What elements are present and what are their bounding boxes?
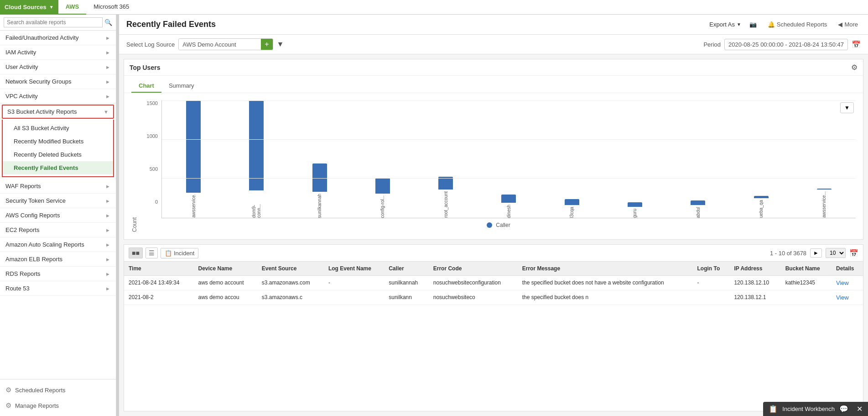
chevron-right-icon: ► (105, 271, 110, 277)
sidebar-item-route53[interactable]: Route 53 ► (0, 281, 116, 296)
view-link[interactable]: View (836, 279, 849, 286)
bar-ueba[interactable] (754, 196, 769, 198)
export-button[interactable]: Export As ▼ (709, 21, 741, 28)
sidebar-item-failed-unauthorized[interactable]: Failed/Unauthorized Activity ► (0, 31, 116, 45)
period-value: 2020-08-25 00:00:00 - 2021-08-24 13:50:4… (724, 39, 848, 50)
filter-icon[interactable]: ▼ (277, 40, 284, 48)
cloud-sources-button[interactable]: Cloud Sources ▼ (0, 0, 58, 15)
snapshot-button[interactable]: 📷 (747, 19, 759, 30)
next-page-button[interactable]: ► (810, 248, 822, 258)
bar-awsservice2[interactable] (817, 189, 832, 190)
bar-label-awsservice2: awsservice... (821, 191, 826, 218)
calendar-icon[interactable]: 📅 (852, 40, 861, 49)
tab-summary[interactable]: Summary (161, 79, 202, 93)
sidebar-item-waf[interactable]: WAF Reports ► (0, 179, 116, 194)
cell-time: 2021-08-2 (124, 290, 193, 305)
sidebar-item-vpc[interactable]: VPC Activity ► (0, 89, 116, 104)
sidebar-item-recently-modified[interactable]: Recently Modified Buckets (3, 135, 113, 148)
manage-reports-link[interactable]: ⚙ Manage Reports (0, 398, 116, 413)
sidebar-item-elb[interactable]: Amazon ELB Reports ► (0, 252, 116, 267)
bar-dinesh[interactable] (501, 195, 516, 203)
bar-group-abdul: abdul (666, 100, 729, 218)
table-toolbar-right: 1 - 10 of 3678 ► 10 25 50 📅 (770, 248, 858, 258)
col-log-event-name: Log Event Name (324, 262, 384, 276)
sidebar-item-ec2[interactable]: EC2 Reports ► (0, 223, 116, 237)
chevron-right-icon: ► (105, 50, 110, 55)
cell-bucket-name: kathie12345 (781, 276, 832, 290)
sidebar-item-recently-deleted[interactable]: Recently Deleted Buckets (3, 148, 113, 161)
search-input[interactable] (4, 17, 103, 27)
grid-view-button[interactable]: ■■ (129, 247, 143, 258)
chevron-right-icon: ► (105, 198, 110, 204)
table-row: 2021-08-24 13:49:34 aws demo account s3.… (124, 276, 863, 290)
filter-bar: Select Log Source + ▼ Period 2020-08-25 … (119, 35, 868, 54)
bars-wrapper: awsservice... dom9-conn... sunilkannah (161, 100, 856, 218)
log-source-label: Select Log Source (126, 41, 175, 48)
chat-icon[interactable]: 💬 (839, 405, 848, 413)
content-header: Recently Failed Events Export As ▼ 📷 🔔 S… (119, 15, 868, 35)
sidebar-item-s3-bucket[interactable]: S3 Bucket Activity Reports ▼ (2, 105, 114, 119)
log-source-input-group: + (178, 38, 273, 50)
sidebar-item-recently-failed[interactable]: Recently Failed Events (3, 161, 113, 174)
col-bucket-name: Bucket Name (781, 262, 832, 276)
sidebar-item-user-activity[interactable]: User Activity ► (0, 60, 116, 74)
view-link[interactable]: View (836, 294, 849, 301)
bar-group-config: config-rol... (351, 100, 414, 218)
legend-dot-caller (487, 222, 492, 228)
incident-workbench[interactable]: 📋 Incident Workbench 💬 ✕ (763, 402, 868, 416)
chart-dropdown-button[interactable]: ▼ (840, 102, 854, 113)
sidebar-item-auto-scaling[interactable]: Amazon Auto Scaling Reports ► (0, 237, 116, 252)
bar-dom9[interactable] (249, 100, 264, 190)
cell-log-event-name: - (324, 276, 384, 290)
bar-label-awsservice1: awsservice... (191, 195, 196, 218)
top-bar: Cloud Sources ▼ AWS Microsoft 365 (0, 0, 868, 15)
incident-button[interactable]: 📋 Incident (161, 248, 199, 258)
calendar-icon-table[interactable]: 📅 (849, 249, 858, 258)
bar-label-root: root_account (443, 191, 448, 218)
chart-panel-header: Top Users ⚙ (124, 59, 863, 76)
scheduled-reports-button[interactable]: 🔔 Scheduled Reports (765, 19, 830, 30)
list-view-button[interactable]: ☰ (146, 247, 158, 258)
sidebar-item-iam[interactable]: IAM Activity ► (0, 45, 116, 60)
bar-awsservice1[interactable] (186, 100, 201, 193)
bar-sunilkannah[interactable] (312, 163, 327, 192)
bar-label-config: config-rol... (380, 195, 385, 218)
page-title: Recently Failed Events (126, 20, 216, 29)
gear-icon: ⚙ (5, 401, 11, 410)
bar-l3cqa[interactable] (565, 199, 579, 205)
chart-settings-icon[interactable]: ⚙ (851, 63, 858, 72)
cell-log-event-name (324, 290, 384, 305)
bar-abdul[interactable] (691, 200, 705, 205)
bar-group-guru: guru (603, 100, 666, 218)
bar-label-l3cqa: l3cqa (569, 207, 574, 218)
cell-details[interactable]: View (832, 290, 863, 305)
add-source-button[interactable]: + (261, 39, 272, 50)
tab-chart[interactable]: Chart (131, 79, 161, 93)
bar-root[interactable] (438, 177, 453, 190)
bar-config[interactable] (375, 178, 390, 193)
log-source-input[interactable] (179, 39, 261, 50)
more-button[interactable]: ◀​ More (835, 19, 861, 30)
sidebar-item-security-token[interactable]: Security Token Service ► (0, 194, 116, 208)
sidebar-item-all-s3[interactable]: All S3 Bucket Activity (3, 121, 113, 135)
chevron-right-icon: ► (105, 257, 110, 262)
sidebar-item-aws-config[interactable]: AWS Config Reports ► (0, 208, 116, 223)
per-page-select[interactable]: 10 25 50 (826, 248, 846, 258)
chevron-right-icon: ► (105, 286, 110, 291)
sidebar-item-rds[interactable]: RDS Reports ► (0, 267, 116, 281)
cell-ip-address: 120.138.12.10 (729, 276, 780, 290)
y-tick-1500: 1500 (147, 100, 158, 106)
period-label: Period (703, 41, 721, 48)
bar-guru[interactable] (628, 202, 642, 207)
cell-bucket-name (781, 290, 832, 305)
clock-icon: ⚙ (5, 386, 11, 394)
bar-group-awsservice1: awsservice... (162, 100, 225, 218)
tab-aws[interactable]: AWS (58, 0, 87, 15)
scheduled-reports-link[interactable]: ⚙ Scheduled Reports (0, 382, 116, 398)
col-caller: Caller (384, 262, 429, 276)
sidebar-item-network-security[interactable]: Network Security Groups ► (0, 74, 116, 89)
bar-group-sunilkannah: sunilkannah (288, 100, 351, 218)
workbench-close-icon[interactable]: ✕ (857, 405, 863, 413)
cell-details[interactable]: View (832, 276, 863, 290)
tab-microsoft365[interactable]: Microsoft 365 (86, 0, 136, 15)
